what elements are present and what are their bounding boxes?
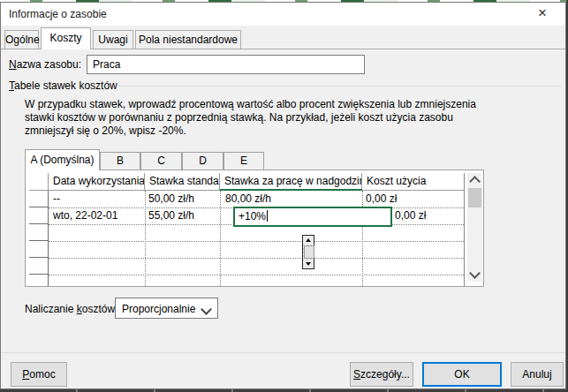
group-divider <box>117 86 561 87</box>
instruction-line: stawki kosztów w porównaniu z poprzednią… <box>25 111 541 124</box>
triangle-down-icon <box>306 262 311 266</box>
dialog-title: Informacje o zasobie <box>9 8 107 20</box>
spin-up-button[interactable] <box>303 236 314 245</box>
cell-editor-value: +10% <box>239 210 266 222</box>
triangle-up-icon <box>306 238 311 242</box>
column-header-standard-rate[interactable]: Stawka standardowa <box>145 173 220 190</box>
instruction-line: W przypadku stawek, wprowadź procentową … <box>25 98 541 111</box>
tab-koszty[interactable]: Koszty <box>41 27 91 49</box>
access-key: N <box>9 58 17 71</box>
label-text: azwa zasobu: <box>17 58 81 71</box>
grid-column-line <box>145 191 146 287</box>
spin-down-button[interactable] <box>303 260 314 268</box>
row-header-3[interactable] <box>29 224 49 241</box>
text-caret <box>267 210 268 222</box>
cell-date[interactable]: wto, 22-02-01 <box>53 207 141 224</box>
rate-tab-a-default[interactable]: A (Domyślna) <box>25 149 100 170</box>
chevron-up-icon <box>469 176 481 187</box>
scroll-down-button[interactable] <box>467 268 482 282</box>
row-header-5[interactable] <box>29 258 49 275</box>
grid-row-line <box>49 241 464 242</box>
chevron-down-icon <box>469 268 481 279</box>
button-label: omoc <box>29 368 55 381</box>
tab-pola-niestandardowe[interactable]: Pola niestandardowe <box>135 30 241 49</box>
row-header-4[interactable] <box>29 241 49 258</box>
cost-accrual-dropdown[interactable]: Proporcjonalnie <box>115 298 218 319</box>
cell-editor[interactable]: +10% <box>233 207 392 227</box>
scroll-up-button[interactable] <box>467 173 482 186</box>
rate-tab-label: A (Domyślna) <box>30 154 94 166</box>
chevron-down-icon <box>201 304 212 315</box>
cell-overtime-rate[interactable]: 80,00 zł/h <box>225 191 358 207</box>
help-button[interactable]: Pomoc <box>11 362 67 387</box>
cell-per-use-cost[interactable]: 0,00 zł <box>366 191 458 207</box>
label-text: Naliczanie <box>25 303 77 315</box>
tab-label: Koszty <box>49 32 81 44</box>
rate-tab-label: B <box>117 155 124 167</box>
cost-rate-table: Data wykorzystania Stawka standardowa St… <box>25 170 484 287</box>
button-label: zczegóły... <box>360 368 410 381</box>
rate-tab-c[interactable]: C <box>140 152 182 170</box>
grid-row-line <box>49 275 464 275</box>
row-header-1[interactable] <box>29 191 49 207</box>
cost-rate-tables-group-label: Tabele stawek kosztów <box>9 79 117 92</box>
scroll-thumb[interactable] <box>468 188 481 207</box>
label-text: osztów: <box>82 303 118 315</box>
screen: Informacje o zasobie × Ogólne Koszty Uwa… <box>0 0 568 392</box>
spin-thumb[interactable] <box>304 245 314 259</box>
table-vertical-scrollbar[interactable] <box>467 173 482 282</box>
rate-tab-d[interactable]: D <box>182 152 223 170</box>
cell-standard-rate[interactable]: 50,00 zł/h <box>148 191 217 207</box>
column-header-per-use-cost[interactable]: Koszt użycia <box>362 173 464 190</box>
dropdown-selected-value: Proporcjonalnie <box>122 302 200 316</box>
tab-label: Uwagi <box>98 34 127 46</box>
column-header-overtime-rate[interactable]: Stawka za pracę w nadgodzinach <box>220 173 362 190</box>
tab-ogolne[interactable]: Ogólne <box>4 30 39 49</box>
mini-spin-scrollbar[interactable] <box>302 235 314 269</box>
tab-uwagi[interactable]: Uwagi <box>93 30 133 49</box>
grid-row-line <box>49 258 464 259</box>
label-text: abele stawek kosztów <box>14 79 117 92</box>
details-button[interactable]: Szczegóły... <box>350 362 413 387</box>
grid-column-line <box>220 191 221 287</box>
rate-tab-e[interactable]: E <box>223 152 264 170</box>
resource-name-input[interactable] <box>87 55 365 74</box>
footer-divider <box>1 352 565 353</box>
rate-tab-label: D <box>199 155 207 167</box>
selected-column-underline <box>220 189 362 191</box>
table-corner-cell[interactable] <box>29 173 49 190</box>
close-icon[interactable]: × <box>528 4 557 24</box>
cancel-button[interactable]: Anuluj <box>511 362 564 387</box>
row-header-6[interactable] <box>29 275 49 287</box>
rate-tab-label: E <box>240 155 247 167</box>
cell-date[interactable]: -- <box>53 191 141 207</box>
rate-instructions: W przypadku stawek, wprowadź procentową … <box>25 98 541 138</box>
grid-right-edge <box>464 173 465 287</box>
access-key: S <box>353 368 360 381</box>
row-header-2[interactable] <box>29 207 49 224</box>
resource-name-label: Nazwa zasobu: <box>9 58 81 71</box>
rate-tab-label: C <box>157 155 165 167</box>
cost-accrual-label: Naliczanie kosztów: <box>25 303 117 315</box>
instruction-line: zmniejszył się o 20%, wpisz -20%. <box>25 124 541 138</box>
column-header-effective-date[interactable]: Data wykorzystania <box>49 173 145 190</box>
cell-per-use-cost[interactable]: 0,00 zł <box>395 207 458 224</box>
tab-label: Ogólne <box>5 34 40 46</box>
rate-tab-b[interactable]: B <box>100 152 140 170</box>
tab-label: Pola niestandardowe <box>139 34 238 46</box>
grid-column-line <box>362 191 363 287</box>
cell-standard-rate[interactable]: 55,00 zł/h <box>148 207 217 224</box>
ok-button[interactable]: OK <box>422 362 502 387</box>
